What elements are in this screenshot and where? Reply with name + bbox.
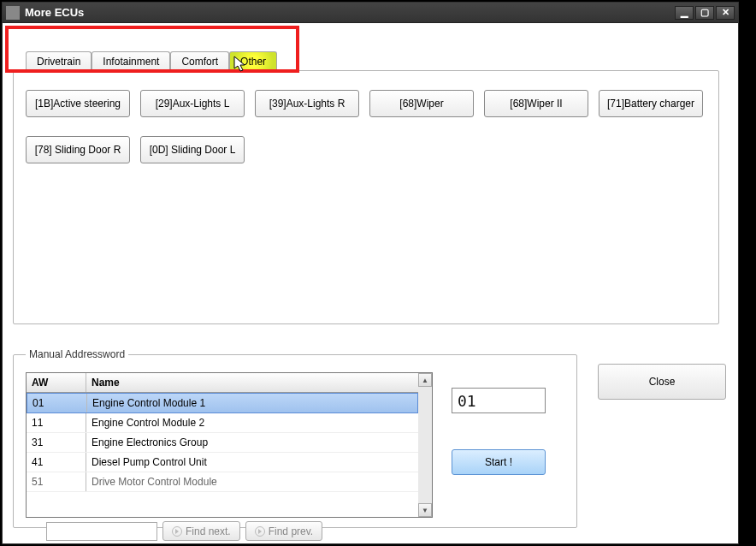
scroll-up-icon[interactable]: ▲ [418,373,432,387]
client-area: Drivetrain Infotainment Comfort Other [1… [3,23,738,543]
close-button[interactable]: Close [598,364,726,400]
table-row[interactable]: 31 Engine Electronics Group [27,433,418,453]
close-window-button[interactable]: ✕ [716,6,735,20]
manual-right-col: Start ! [452,372,546,475]
ecu-btn-aux-lights-r[interactable]: [39]Aux-Lights R [255,90,359,117]
table-row[interactable]: 01 Engine Control Module 1 [27,393,418,413]
col-aw: AW [27,373,86,392]
tab-infotainment[interactable]: Infotainment [92,51,170,71]
window-title: More ECUs [25,6,673,19]
find-next-button[interactable]: Find next. [162,521,240,541]
ecu-btn-aux-lights-l[interactable]: [29]Aux-Lights L [140,90,245,117]
ecu-btn-wiper[interactable]: [68]Wiper [369,90,474,117]
tab-strip: Drivetrain Infotainment Comfort Other [26,50,728,70]
minimize-button[interactable]: ▁ [675,6,694,20]
start-button[interactable]: Start ! [452,449,546,475]
col-name: Name [86,373,418,392]
ecu-btn-sliding-door-r[interactable]: [78] Sliding Door R [26,136,130,163]
app-window: More ECUs ▁ ▢ ✕ Drivetrain Infotainment … [2,2,739,544]
refresh-icon [255,526,265,537]
table-row[interactable]: 11 Engine Control Module 2 [27,413,418,433]
find-row: Find next. Find prev. [26,521,433,541]
grid-scrollbar[interactable]: ▲ ▼ [418,373,432,517]
table-row[interactable]: 41 Diesel Pump Control Unit [27,453,418,472]
addressword-input[interactable] [452,388,546,413]
title-bar: More ECUs ▁ ▢ ✕ [3,3,738,23]
ecu-btn-battery-charger[interactable]: [71]Battery charger [599,90,703,117]
address-grid[interactable]: AW Name 01 Engine Control Module 1 [26,372,433,518]
ecu-btn-sliding-door-l[interactable]: [0D] Sliding Door L [140,136,245,163]
tab-other[interactable]: Other [229,51,277,71]
app-icon [6,6,20,20]
ecu-row-1: [1B]Active steering [29]Aux-Lights L [39… [26,90,706,117]
manual-legend: Manual Addressword [26,348,128,360]
refresh-icon [172,526,182,537]
ecu-btn-active-steering[interactable]: [1B]Active steering [26,90,130,117]
ecu-btn-wiper-ii[interactable]: [68]Wiper II [484,90,588,117]
find-input[interactable] [46,522,157,541]
scroll-down-icon[interactable]: ▼ [418,503,432,517]
table-row[interactable]: 51 Drive Motor Control Module [27,472,418,492]
tab-drivetrain[interactable]: Drivetrain [26,51,92,71]
tab-container: Drivetrain Infotainment Comfort Other [1… [13,50,728,324]
grid-header: AW Name [27,373,418,393]
lower-section: Manual Addressword AW Name [13,348,728,528]
manual-addressword-group: Manual Addressword AW Name [13,348,577,528]
ecu-row-2: [78] Sliding Door R [0D] Sliding Door L [26,136,706,163]
ecu-panel: [1B]Active steering [29]Aux-Lights L [39… [13,70,719,324]
find-prev-button[interactable]: Find prev. [245,521,322,541]
maximize-button[interactable]: ▢ [695,6,714,20]
tab-comfort[interactable]: Comfort [170,51,229,71]
